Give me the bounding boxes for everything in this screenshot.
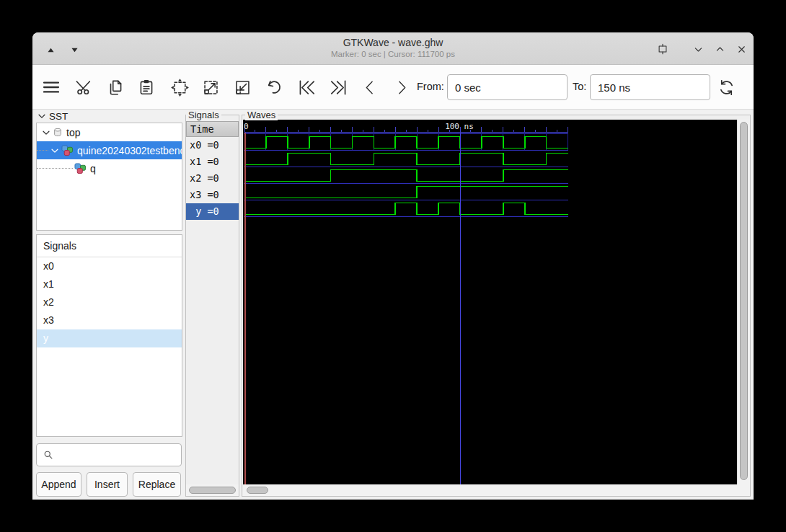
skip-end-button[interactable] xyxy=(327,76,349,98)
value-row-x0[interactable]: x0 =0 xyxy=(186,137,239,154)
value-row-x2[interactable]: x2 =0 xyxy=(186,170,239,187)
svg-text:100 ns: 100 ns xyxy=(445,122,474,131)
append-button[interactable]: Append xyxy=(36,472,81,497)
close-icon[interactable] xyxy=(736,43,747,55)
signal-search-panel: Signals x0x1x2x3y xyxy=(36,234,182,437)
copy-button[interactable] xyxy=(105,76,126,98)
title-stack: GTKWave - wave.ghw Marker: 0 sec | Curso… xyxy=(32,36,754,60)
waves-vscroll-thumb[interactable] xyxy=(740,122,748,480)
wave-trace-x3 xyxy=(244,187,568,198)
search-input[interactable] xyxy=(58,445,191,465)
module-icon xyxy=(74,163,87,174)
wave-trace-y xyxy=(244,203,568,215)
tree-row-label: top xyxy=(66,127,80,138)
value-row-x1[interactable]: x1 =0 xyxy=(186,154,239,170)
signal-item-y[interactable]: y xyxy=(37,329,182,347)
cut-button[interactable] xyxy=(74,76,95,98)
db-icon xyxy=(53,127,63,138)
reload-button[interactable] xyxy=(715,76,737,98)
chevron-down-icon xyxy=(37,111,47,121)
wave-trace-x0 xyxy=(244,137,568,148)
value-row-x3[interactable]: x3 =0 xyxy=(186,187,239,203)
signals-hscroll-thumb[interactable] xyxy=(189,487,236,494)
marker-cursor-status: Marker: 0 sec | Cursor: 111700 ps xyxy=(32,49,754,60)
signals-frame-label: Signals xyxy=(186,110,221,120)
signal-value-rows: x0 =0x1 =0x2 =0x3 =0 y =0 xyxy=(186,137,239,220)
from-label: From: xyxy=(417,81,444,92)
tree-row-label: quine20240302testbench xyxy=(77,145,182,156)
insert-button[interactable]: Insert xyxy=(87,472,128,497)
prev-edge-button[interactable] xyxy=(359,76,381,98)
paste-button[interactable] xyxy=(136,76,157,98)
tree-row-label: q xyxy=(90,163,96,174)
undo-button[interactable] xyxy=(262,76,284,98)
from-input[interactable] xyxy=(447,74,568,100)
module-icon xyxy=(61,145,74,156)
svg-text:0: 0 xyxy=(244,122,249,131)
waves-frame-line xyxy=(242,115,751,115)
to-label: To: xyxy=(573,81,586,92)
chevron-down-icon[interactable] xyxy=(50,146,60,156)
signal-item-x3[interactable]: x3 xyxy=(37,311,182,329)
tree-row-q[interactable]: q xyxy=(37,159,182,177)
chevron-down-icon[interactable] xyxy=(41,128,51,138)
sst-expander[interactable]: SST xyxy=(37,110,68,123)
wave-canvas[interactable]: 0100 ns xyxy=(243,120,737,484)
tree-row-quine20240302testbench[interactable]: quine20240302testbench xyxy=(37,141,182,159)
signal-item-x0[interactable]: x0 xyxy=(37,257,182,275)
signal-search-box[interactable] xyxy=(36,443,182,466)
wave-trace-x1 xyxy=(244,154,568,165)
replace-button[interactable]: Replace xyxy=(133,472,181,497)
zoom-in-button[interactable] xyxy=(200,76,221,98)
waves-hscroll-track xyxy=(243,484,750,496)
signals-hscroll-track xyxy=(186,484,239,496)
to-input[interactable] xyxy=(590,74,710,100)
skip-start-button[interactable] xyxy=(296,76,317,98)
wave-trace-x2 xyxy=(244,170,568,182)
toolbar: From: To: xyxy=(32,65,754,110)
zoom-fit-button[interactable] xyxy=(169,76,190,98)
waves-hscroll-thumb[interactable] xyxy=(247,487,268,494)
restore-icon[interactable] xyxy=(657,43,668,55)
sst-tree-panel: topquine20240302testbenchq xyxy=(36,123,182,231)
shade-down-icon[interactable] xyxy=(69,44,80,56)
waves-vscroll-track xyxy=(737,120,750,484)
signals-panel-title: Signals xyxy=(37,235,182,257)
signal-item-x2[interactable]: x2 xyxy=(37,293,182,311)
window-title: GTKWave - wave.ghw xyxy=(32,36,754,49)
chevron-down-icon[interactable] xyxy=(692,43,704,55)
chevron-up-icon[interactable] xyxy=(714,43,725,55)
value-row-y[interactable]: y =0 xyxy=(186,203,239,220)
signal-item-x1[interactable]: x1 xyxy=(37,275,182,293)
shade-up-icon[interactable] xyxy=(45,44,56,56)
time-column-header: Time xyxy=(186,121,239,137)
menu-button[interactable] xyxy=(40,76,62,98)
waves-frame-label: Waves xyxy=(245,110,278,120)
waveform-plot: 0100 ns xyxy=(243,120,737,484)
signal-list: x0x1x2x3y xyxy=(37,257,182,347)
titlebar[interactable]: GTKWave - wave.ghw Marker: 0 sec | Curso… xyxy=(32,32,754,65)
sst-label: SST xyxy=(49,111,68,122)
next-edge-button[interactable] xyxy=(390,76,412,98)
gtkwave-window: GTKWave - wave.ghw Marker: 0 sec | Curso… xyxy=(32,32,754,500)
tree-row-top[interactable]: top xyxy=(37,123,182,141)
search-icon xyxy=(42,448,55,461)
zoom-out-button[interactable] xyxy=(231,76,253,98)
